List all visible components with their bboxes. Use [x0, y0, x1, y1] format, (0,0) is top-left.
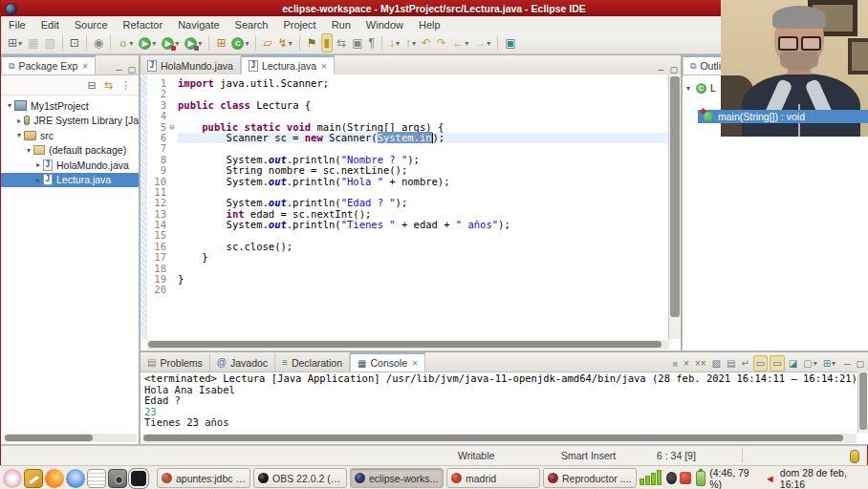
forward-edit-location-button[interactable]: ↷ — [435, 34, 448, 52]
debug-button[interactable]: ☼▾ — [116, 34, 135, 52]
back-history-button[interactable]: ←▾ — [450, 34, 470, 52]
new-java-project-button[interactable]: ⊞ — [214, 34, 228, 52]
forward-history-button[interactable]: →▾ — [472, 34, 492, 52]
word-wrap-button[interactable]: ↵ — [739, 356, 750, 371]
external-tools-button[interactable]: ◉ — [92, 34, 105, 52]
scroll-thumb[interactable] — [859, 372, 867, 430]
show-desktop-launcher-icon[interactable] — [3, 469, 22, 488]
maximize-icon[interactable]: ▢ — [856, 359, 864, 369]
annotation-ruler[interactable] — [141, 74, 147, 339]
minimize-icon[interactable]: ─ — [658, 65, 663, 74]
network-signal-icon[interactable] — [640, 472, 662, 485]
menu-item-edit[interactable]: Edit — [33, 18, 67, 32]
console-hscrollbar[interactable] — [142, 434, 857, 443]
tab-holamundo-java[interactable]: JHolaMundo.java — [141, 56, 241, 74]
code-line-17[interactable]: 17 } — [147, 252, 669, 263]
chevron-down-icon[interactable]: ▾ — [24, 146, 33, 155]
mark-occurrences-button[interactable]: ⚑ — [305, 34, 319, 52]
media-app-launcher-icon[interactable] — [129, 469, 148, 488]
show-stdout-button[interactable]: ▭ — [753, 355, 768, 372]
chevron-down-icon[interactable]: ▾ — [5, 101, 14, 110]
new-java-class-button[interactable]: C▾ — [229, 34, 250, 52]
next-annotation-button[interactable]: ↓▾ — [387, 34, 401, 52]
tree-item-jre-system-library-ja[interactable]: ▸JRE System Library [Ja — [1, 114, 139, 129]
code-line-3[interactable]: 3public class Lectura { — [147, 100, 669, 111]
screenshot-launcher-icon[interactable] — [108, 469, 127, 488]
tab-console[interactable]: ▦Console× — [350, 352, 425, 372]
tab-javadoc[interactable]: @Javadoc — [210, 353, 275, 372]
open-task-button[interactable]: ▱ — [261, 34, 273, 52]
tab-declaration[interactable]: ≡Declaration — [275, 353, 350, 372]
scroll-thumb[interactable] — [5, 435, 93, 441]
display-selected-console-button[interactable]: ▢▾ — [801, 356, 818, 371]
remove-all-launches-button[interactable]: ×× — [693, 356, 708, 371]
tab-lectura-java[interactable]: JLectura.java× — [241, 55, 335, 74]
link-with-editor-button[interactable]: ⇆ — [335, 34, 348, 52]
code-line-1[interactable]: 1import java.util.Scanner; — [147, 78, 669, 89]
search-button[interactable]: ↯▾ — [276, 34, 294, 52]
clear-console-button[interactable]: ▧ — [710, 356, 723, 371]
open-console-button[interactable]: ⊡ — [68, 34, 81, 52]
code-editor[interactable]: 1import java.util.Scanner;23public class… — [141, 74, 681, 351]
reset-perspective-button[interactable]: ▣ — [503, 34, 517, 52]
scroll-lock-button[interactable]: ▤ — [725, 356, 737, 371]
code-line-19[interactable]: 19} — [147, 274, 669, 285]
package-explorer-hscrollbar[interactable] — [3, 434, 137, 442]
tree-item-default-package[interactable]: ▾(default package) — [1, 143, 139, 159]
tab-package-explorer[interactable]: ⧉ Package Exp × — [1, 55, 96, 74]
run-button[interactable]: ▶▾ — [137, 34, 158, 52]
menu-item-window[interactable]: Window — [358, 18, 411, 32]
window-button-reproductor[interactable]: Reproductor .... — [543, 468, 637, 488]
minimize-icon[interactable]: ─ — [844, 359, 850, 369]
show-stderr-button[interactable]: ▭ — [770, 355, 784, 372]
chevron-right-icon[interactable]: ▸ — [33, 160, 43, 169]
minimize-icon[interactable]: ─ — [116, 65, 121, 74]
open-console-button[interactable]: ⊞▾ — [821, 356, 837, 371]
scroll-thumb[interactable] — [143, 435, 843, 441]
show-whitespace-button[interactable]: ¶ — [367, 34, 377, 52]
menu-item-project[interactable]: Project — [275, 18, 323, 32]
maximize-icon[interactable]: ▢ — [127, 65, 136, 74]
code-line-14[interactable]: 14 System.out.println("Tienes " + edad +… — [147, 220, 669, 230]
menu-item-search[interactable]: Search — [228, 18, 276, 32]
code-line-18[interactable]: 18 — [147, 264, 669, 274]
chevron-down-icon[interactable]: ▾ — [686, 84, 696, 93]
close-icon[interactable]: × — [321, 61, 327, 72]
link-with-editor-icon[interactable]: ⇆ — [104, 79, 113, 92]
obs-tray-icon[interactable] — [666, 472, 677, 484]
toggle-highlight-button[interactable]: ▮ — [321, 33, 334, 53]
remove-launch-button[interactable]: × — [682, 356, 691, 371]
tree-item-lectura-java[interactable]: ▸JLectura.java — [1, 173, 139, 188]
window-button-obs[interactable]: OBS 22.0.2 (lin... — [253, 468, 347, 488]
volume-icon[interactable]: ◄ — [765, 473, 775, 484]
console-vscrollbar[interactable] — [857, 372, 868, 433]
maximize-icon[interactable]: ▢ — [669, 65, 678, 74]
code-line-6[interactable]: 6 Scanner sc = new Scanner(System.in); — [147, 133, 669, 143]
chevron-down-icon[interactable]: ▾ — [14, 131, 24, 139]
show-source-button[interactable]: ▣ — [350, 34, 364, 52]
documents-launcher-icon[interactable] — [87, 469, 106, 488]
tree-item-my1stproject[interactable]: ▾My1stProject — [1, 98, 139, 114]
save-button[interactable]: ▦ — [26, 34, 40, 52]
outline-method-item[interactable]: main(String[]) : void — [698, 110, 868, 123]
menu-item-file[interactable]: File — [1, 18, 33, 32]
code-line-20[interactable]: 20 — [147, 285, 669, 295]
assist-icon[interactable] — [850, 450, 859, 463]
close-icon[interactable]: × — [412, 358, 418, 369]
editor-vscrollbar[interactable] — [668, 74, 681, 339]
fold-marker-icon[interactable]: ⊖ — [166, 122, 178, 133]
code-line-10[interactable]: 10 System.out.println("Hola " + nombre); — [147, 177, 669, 187]
view-menu-icon[interactable]: ⋮ — [120, 79, 131, 92]
chevron-right-icon[interactable]: ▸ — [14, 117, 24, 125]
collapse-all-icon[interactable]: ⊟ — [88, 79, 97, 92]
previous-annotation-button[interactable]: ↑▾ — [403, 34, 418, 52]
battery-icon[interactable] — [696, 471, 706, 486]
clock[interactable]: dom 28 de feb, 16:16 — [780, 467, 862, 489]
menu-item-refactor[interactable]: Refactor — [116, 18, 171, 32]
window-button-eclipse[interactable]: eclipse-works... — [350, 468, 444, 488]
last-edit-location-button[interactable]: ↶ — [420, 34, 433, 52]
menu-item-navigate[interactable]: Navigate — [170, 18, 227, 32]
tree-item-src[interactable]: ▾src — [1, 128, 139, 143]
profile-button[interactable]: ▶▾ — [183, 34, 204, 52]
editor-hscrollbar[interactable] — [147, 340, 669, 350]
